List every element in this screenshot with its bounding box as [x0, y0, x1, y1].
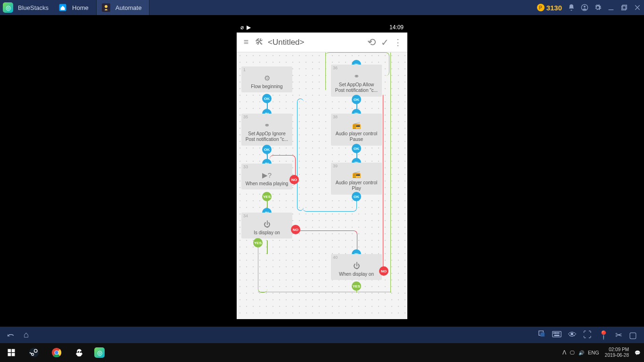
tab-home[interactable]: Home	[53, 0, 97, 15]
block-id: 34	[243, 214, 248, 219]
rotate-icon[interactable]: ▢	[629, 330, 637, 340]
tray-chevron-icon[interactable]: ᐱ	[562, 349, 566, 356]
play-question-icon: ▶?	[243, 171, 290, 180]
port-yes[interactable]: YES	[253, 238, 263, 247]
fullscreen-icon[interactable]: ⛶	[583, 330, 592, 340]
block-appop-ignore[interactable]: 35 ⚭ Set AppOp Ignore Post notification …	[241, 114, 292, 146]
coins-display[interactable]: P 3130	[537, 4, 562, 12]
tray-notifications-icon[interactable]: 💬	[635, 350, 640, 355]
toggle-icon: ⏻	[243, 220, 290, 229]
svg-rect-17	[12, 349, 15, 353]
start-button[interactable]	[0, 343, 23, 362]
wire	[297, 99, 304, 211]
tray-date: 2019-06-28	[605, 353, 629, 358]
tray-clock[interactable]: 02:09 PM 2019-06-28	[603, 347, 631, 358]
emulator-content: ⌀ ▶ 14:09 ≡ 🛠 <Untitled> ⟲ ✓ ⋮	[0, 15, 644, 327]
block-id: 36	[333, 66, 338, 71]
bluestacks-title-bar: ◎ BlueStacks Home Automate P 3130	[0, 0, 644, 15]
restore-icon[interactable]	[620, 4, 628, 11]
layers-icon[interactable]	[538, 330, 545, 340]
svg-rect-15	[554, 335, 559, 336]
svg-rect-19	[12, 353, 15, 356]
block-label: Set AppOp Ignore Post notification "c...	[246, 131, 288, 142]
port-yes[interactable]: YES	[352, 281, 361, 291]
overflow-icon[interactable]: ⋮	[391, 36, 405, 49]
tray-volume-icon[interactable]: 🔊	[578, 350, 584, 355]
tray-lang[interactable]: ENG	[588, 350, 599, 355]
wire	[390, 52, 391, 293]
tray-time: 02:09 PM	[609, 347, 629, 353]
port-no[interactable]: NO	[289, 175, 299, 184]
bluestacks-logo: ◎	[3, 2, 13, 13]
undo-icon[interactable]: ⟲	[365, 36, 378, 49]
block-label: Flow beginning	[251, 84, 282, 89]
block-flow-beginning[interactable]: 1 ⚙ Flow beginning	[241, 66, 292, 92]
svg-point-29	[80, 352, 81, 353]
block-label: Set AppOp Allow Post notification "c...	[335, 82, 378, 93]
eye-icon[interactable]: 👁	[568, 330, 577, 340]
location-icon[interactable]: 📍	[598, 330, 609, 340]
svg-rect-14	[558, 333, 559, 334]
svg-rect-12	[555, 333, 556, 334]
coin-icon: P	[537, 4, 545, 11]
wire	[325, 52, 326, 90]
android-screen: ⌀ ▶ 14:09 ≡ 🛠 <Untitled> ⟲ ✓ ⋮	[237, 22, 407, 319]
bluestacks-logo-area: ◎ BlueStacks	[0, 0, 53, 15]
block-label: When display on	[339, 272, 374, 277]
block-audio-pause[interactable]: 38 📻 Audio player control Pause	[331, 114, 382, 146]
coin-amount: 3130	[546, 4, 562, 12]
block-id: 33	[243, 165, 248, 170]
chain-icon: ⚭	[333, 72, 380, 81]
player-icon: 📻	[333, 121, 380, 130]
block-when-display-on[interactable]: 40 ⏻ When display on	[331, 254, 382, 280]
close-icon[interactable]	[634, 4, 641, 11]
block-media-playing[interactable]: 33 ▶? When media playing	[241, 164, 292, 189]
menu-icon[interactable]: ≡	[239, 36, 253, 49]
back-icon[interactable]: ⤺	[7, 330, 14, 340]
svg-rect-9	[540, 332, 545, 337]
port-no[interactable]: NO	[379, 266, 388, 276]
svg-rect-6	[623, 5, 627, 9]
port-no[interactable]: NO	[291, 225, 300, 234]
taskbar-chrome[interactable]	[45, 343, 68, 362]
scissors-icon[interactable]: ✂	[615, 330, 622, 340]
svg-rect-13	[557, 333, 558, 334]
system-tray: ᐱ 🖵 🔊 ENG 02:09 PM 2019-06-28 💬	[562, 347, 644, 358]
port-yes[interactable]: YES	[262, 192, 272, 201]
check-icon[interactable]: ✓	[378, 36, 391, 49]
block-display-on-check[interactable]: 34 ⏻ Is display on	[241, 213, 292, 239]
tools-icon[interactable]: 🛠	[253, 36, 266, 49]
port-ok[interactable]: OK	[352, 95, 361, 104]
tab-automate-label: Automate	[116, 4, 142, 11]
flow-canvas[interactable]: 1 ⚙ Flow beginning OK IN 35 ⚭ Set AppOp …	[237, 52, 407, 319]
gear-icon: ⚙	[243, 74, 290, 83]
port-ok[interactable]: OK	[352, 144, 361, 153]
svg-rect-11	[553, 333, 554, 334]
tray-monitor-icon[interactable]: 🖵	[570, 350, 575, 355]
flow-title: <Untitled>	[268, 38, 365, 47]
home-icon[interactable]: ⌂	[24, 330, 29, 340]
block-appop-allow[interactable]: 36 ⚭ Set AppOp Allow Post notification "…	[331, 65, 382, 97]
toggle-icon: ⏻	[333, 262, 380, 271]
svg-point-20	[29, 348, 39, 357]
minimize-icon[interactable]	[607, 4, 615, 11]
taskbar-bluestacks[interactable]: ◎	[91, 343, 113, 362]
port-ok[interactable]: OK	[262, 145, 272, 154]
taskbar-foobar[interactable]	[68, 343, 91, 362]
automate-tab-icon	[101, 3, 111, 12]
tab-automate[interactable]: Automate	[97, 0, 150, 15]
block-id: 39	[333, 164, 338, 169]
taskbar-steam[interactable]	[23, 343, 45, 362]
user-icon[interactable]	[581, 4, 588, 11]
port-ok[interactable]: OK	[262, 94, 272, 103]
svg-rect-7	[622, 6, 626, 10]
svg-rect-16	[8, 349, 11, 353]
keyboard-icon[interactable]	[552, 330, 561, 340]
gear-icon[interactable]	[594, 4, 602, 11]
svg-rect-10	[553, 331, 561, 337]
player-icon: 📻	[333, 170, 380, 179]
port-ok[interactable]: OK	[352, 192, 361, 201]
block-label: Is display on	[254, 230, 280, 235]
bell-icon[interactable]	[568, 4, 575, 11]
block-audio-play[interactable]: 39 📻 Audio player control Play	[331, 163, 382, 195]
